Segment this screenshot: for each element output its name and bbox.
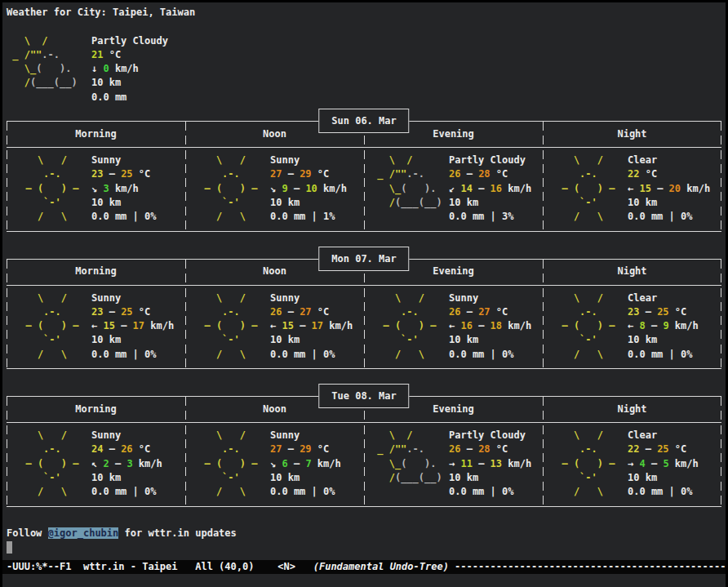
forecast-cell-text: Sunny26 – 27 °C← 16 – 18 km/h10 km0.0 mm… <box>449 291 543 362</box>
minibuffer[interactable] <box>2 574 726 587</box>
forecast-cell: \ / .-. ― ( ) ― `-' / \Sunny23 – 25 °C← … <box>7 291 185 362</box>
date-label: Sun 06. Mar <box>318 109 409 133</box>
modeline-position: All (40,0) <box>178 561 278 572</box>
weather-text-row: 10 km <box>628 471 721 485</box>
weather-text-row: ← 15 – 20 km/h <box>628 182 721 196</box>
forecast-cell-text: Sunny27 – 29 °C↘ 6 – 7 km/h10 km0.0 mm |… <box>270 429 364 499</box>
sunny-icon: \ / .-. ― ( ) ― `-' / \ <box>193 429 270 499</box>
forecast-day: Tue 08. MarMorningNoonEveningNight \ / .… <box>7 396 721 506</box>
text-cursor <box>7 541 12 554</box>
date-label: Mon 07. Mar <box>318 247 409 271</box>
weather-text-row: 0.0 mm | 0% <box>449 348 543 362</box>
table-divider <box>364 122 365 230</box>
forecast-cell: \ / _ /"".-. \_( ). /(___(__) Partly Clo… <box>364 153 543 224</box>
sunny-icon: \ / .-. ― ( ) ― `-' / \ <box>550 291 628 362</box>
weather-text-row: 23 – 25 °C <box>91 305 185 319</box>
period-header: Night <box>543 265 721 278</box>
weather-text-row: 0.0 mm | 0% <box>91 485 185 499</box>
weather-text-row: 0.0 mm | 0% <box>628 485 721 499</box>
weather-text-row: 22 – 25 °C <box>628 442 721 456</box>
current-conditions-text: Partly Cloudy21 °C↓ 0 km/h10 km0.0 mm <box>91 34 168 105</box>
forecast-cell-text: Sunny23 – 25 °C↘ 3 km/h10 km0.0 mm | 0% <box>91 153 185 224</box>
weather-text-row: 23 – 25 °C <box>628 305 721 319</box>
blank-line <box>7 20 726 33</box>
weather-text-row: 26 – 28 °C <box>449 442 543 456</box>
forecast-cell: \ / _ /"".-. \_( ). /(___(__) Partly Clo… <box>364 429 543 499</box>
evil-state-indicator: <N> <box>277 561 295 572</box>
sunny-icon: \ / .-. ― ( ) ― `-' / \ <box>14 291 91 362</box>
forecast-day: Sun 06. MarMorningNoonEveningNight \ / .… <box>7 121 721 231</box>
partly-cloudy-icon: \ / _ /"".-. \_( ). /(___(__) <box>371 153 449 224</box>
weather-text-row: 0.0 mm | 0% <box>270 348 364 362</box>
twitter-link[interactable]: @igor_chubin <box>48 527 119 539</box>
weather-text-row: ↘ 6 – 7 km/h <box>270 457 364 471</box>
weather-text-row: 10 km <box>91 333 185 347</box>
table-divider <box>543 397 544 505</box>
weather-text-row: ← 15 – 17 km/h <box>270 319 364 333</box>
weather-text-row: 10 km <box>91 471 185 485</box>
weather-text-row: 10 km <box>449 471 543 485</box>
weather-text-row: 0.0 mm | 0% <box>449 485 543 499</box>
weather-text-row: Partly Cloudy <box>91 34 168 48</box>
weather-text-row: 0.0 mm | 0% <box>628 210 721 224</box>
forecast-cell: \ / .-. ― ( ) ― `-' / \Sunny27 – 29 °C↘ … <box>185 153 364 224</box>
forecast-cell-text: Sunny26 – 27 °C← 15 – 17 km/h10 km0.0 mm… <box>270 291 364 362</box>
table-divider <box>721 122 721 230</box>
weather-text-row: 10 km <box>449 196 543 210</box>
weather-text-row: 10 km <box>91 196 185 210</box>
forecast-cell: \ / .-. ― ( ) ― `-' / \Clear23 – 25 °C← … <box>543 291 721 362</box>
weather-text-row: Sunny <box>91 429 185 442</box>
period-header: Night <box>543 127 721 141</box>
forecast-cell: \ / .-. ― ( ) ― `-' / \Sunny26 – 27 °C← … <box>364 291 543 362</box>
weather-text-row: ↖ 2 – 3 km/h <box>91 457 185 471</box>
sunny-icon: \ / .-. ― ( ) ― `-' / \ <box>14 429 91 499</box>
weather-text-row: 22 °C <box>628 167 721 181</box>
weather-text-row: 10 km <box>270 333 364 347</box>
weather-text-row: 10 km <box>270 471 364 485</box>
weather-text-row: 27 – 29 °C <box>270 442 364 456</box>
weather-text-row: Clear <box>628 429 721 442</box>
table-divider <box>7 260 7 368</box>
sunny-icon: \ / .-. ― ( ) ― `-' / \ <box>14 153 91 224</box>
partly-cloudy-icon: \ / _ /"".-. \_( ). /(___(__) <box>7 34 91 105</box>
weather-text-row: 10 km <box>270 196 364 210</box>
forecast-cell: \ / .-. ― ( ) ― `-' / \Sunny27 – 29 °C↘ … <box>185 429 364 499</box>
table-divider <box>185 397 186 505</box>
table-divider <box>185 122 186 230</box>
weather-text-row: 10 km <box>449 333 543 347</box>
weather-text-row: 0.0 mm | 0% <box>91 210 185 224</box>
table-divider <box>364 260 365 368</box>
table-divider <box>185 260 186 368</box>
weather-text-row: 23 – 25 °C <box>91 167 185 181</box>
weather-text-row: 0.0 mm | 0% <box>270 485 364 499</box>
emacs-window: Weather for City: Taipei, Taiwan \ / _ /… <box>2 2 726 587</box>
modeline-buffer-name: wttr.in - Taipei <box>83 561 178 572</box>
weather-text-row: Sunny <box>91 153 185 167</box>
footer-suffix: for wttr.in updates <box>118 527 237 539</box>
weather-text-row: Partly Cloudy <box>449 429 543 442</box>
period-header: Morning <box>7 265 185 278</box>
page-title: Weather for City: Taipei, Taiwan <box>7 6 726 20</box>
modeline-sep <box>295 561 313 572</box>
weather-text-row: 10 km <box>91 76 168 90</box>
table-divider <box>7 122 7 230</box>
weather-text-row: ↓ 0 km/h <box>91 62 168 76</box>
footer: Follow @igor_chubin for wttr.in updates <box>7 527 726 540</box>
forecast-cell-text: Sunny24 – 26 °C↖ 2 – 3 km/h10 km0.0 mm |… <box>91 429 185 499</box>
table-divider <box>7 397 7 505</box>
forecast-cell-text: Partly Cloudy26 – 28 °C→ 11 – 13 km/h10 … <box>449 429 543 499</box>
weather-text-row: Sunny <box>91 291 185 305</box>
weather-text-row: Clear <box>628 153 721 167</box>
table-divider <box>543 122 544 230</box>
table-divider <box>364 397 365 505</box>
forecast-days: Sun 06. MarMorningNoonEveningNight \ / .… <box>7 121 726 506</box>
weather-text-row: ↘ 3 km/h <box>91 182 185 196</box>
forecast-day: Mon 07. MarMorningNoonEveningNight \ / .… <box>7 259 721 369</box>
sunny-icon: \ / .-. ― ( ) ― `-' / \ <box>371 291 449 362</box>
forecast-cell-text: Clear22 °C← 15 – 20 km/h10 km0.0 mm | 0% <box>628 153 721 224</box>
weather-text-row: 26 – 27 °C <box>449 305 543 319</box>
period-header: Night <box>543 402 721 416</box>
wttr-buffer[interactable]: Weather for City: Taipei, Taiwan \ / _ /… <box>2 2 726 554</box>
weather-text-row: ← 8 – 9 km/h <box>628 319 721 333</box>
forecast-cell: \ / .-. ― ( ) ― `-' / \Clear22 – 25 °C→ … <box>543 429 721 499</box>
